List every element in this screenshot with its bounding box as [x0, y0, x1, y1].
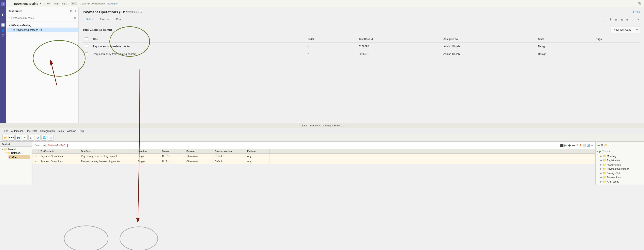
search-ctrl-add[interactable]: ➕	[568, 144, 571, 147]
suite-group-header[interactable]: ▾ INGeniousTesting	[7, 23, 78, 28]
back-button[interactable]: ←	[8, 2, 12, 6]
sidebar-icon-layers[interactable]: ◧	[0, 12, 5, 16]
sidebar-icon-plus[interactable]: +	[0, 7, 5, 11]
new-test-case-main-btn[interactable]: New Test Case	[611, 27, 634, 32]
new-test-case-button-group[interactable]: New Test Case ▾	[610, 26, 640, 33]
favorite-icon[interactable]: ☆	[43, 2, 46, 5]
tool-pen-btn[interactable]: ✒	[22, 135, 28, 140]
tool-save-btn[interactable]: SAVE	[9, 135, 14, 140]
tree-item-label-0: Mocking	[607, 155, 616, 158]
tab-chart[interactable]: Chart	[113, 16, 126, 23]
right-tree-btn3[interactable]: 🏷	[604, 144, 607, 147]
sidebar-icon-check[interactable]: ✓	[0, 18, 5, 22]
group-name: INGeniousTesting	[11, 24, 32, 27]
new-test-case-dropdown-btn[interactable]: ▾	[634, 27, 640, 32]
right-tree-btn2[interactable]: ⊞	[601, 144, 603, 147]
upload-icon[interactable]: ⬆	[608, 17, 612, 22]
search-ctrl-play[interactable]: ▶	[564, 144, 566, 147]
toolbar-right: ⬇ ⌄ ⬆ ⊞ ⊟ ≣ ⤢ ≡	[597, 17, 640, 22]
menu-file[interactable]: File	[2, 129, 10, 133]
tool-open-btn[interactable]: 📂	[2, 135, 8, 140]
row-checkbox-1[interactable]	[85, 52, 88, 55]
search-ctrl-1[interactable]: ⬛	[560, 144, 564, 147]
right-tree-item-2[interactable]: ▶📁 NewScenario	[596, 162, 644, 167]
search-ctrl-minus[interactable]: ➖	[572, 144, 575, 147]
app-name-dropdown[interactable]: ▾	[40, 2, 41, 5]
tree-set1[interactable]: ⊕ Set1	[8, 155, 30, 159]
test-cases-area: Test Cases (2 items) New Test Case ▾ Tit…	[79, 23, 644, 123]
collapse-suite-btn[interactable]: □	[74, 9, 76, 12]
download-icon[interactable]: ⬇	[597, 17, 601, 22]
search-ctrl-down[interactable]: ⬇	[579, 144, 582, 147]
menu-configuration[interactable]: Configuration	[39, 129, 56, 133]
grid-browserversion-0: Default	[213, 154, 245, 159]
tutorial-bar: Tutorial - INGenious Playwright Studio 1…	[0, 123, 644, 128]
menu-help[interactable]: Help	[77, 129, 86, 133]
test-suites-header: Test Suites ⊕ □	[6, 7, 78, 15]
col-state: State	[536, 36, 594, 42]
test-cases-table: Title Order Test Case Id Assigned To Sta…	[83, 36, 640, 58]
sidebar-icon-person[interactable]: 👤	[0, 28, 5, 32]
tool-gear-btn[interactable]: ⚙	[35, 135, 40, 140]
add-test-suites-btn[interactable]: ⊞	[637, 2, 642, 6]
set-icon: ⊕	[8, 155, 11, 158]
search-ctrl-refresh[interactable]: 🔄	[587, 144, 590, 147]
bars-icon[interactable]: ≣	[625, 17, 630, 22]
row-title-1: Request money from existing contact	[90, 50, 305, 58]
tree-release1[interactable]: ▾ 📁 Release1	[5, 151, 30, 155]
filter-suites-input[interactable]	[11, 16, 73, 20]
right-tree-item-4[interactable]: ▶📁 StorageState	[596, 171, 644, 175]
filter-clear-btn[interactable]: ✕	[74, 16, 76, 20]
right-tree-item-5[interactable]: ▶📁 Transactions	[596, 175, 644, 180]
right-tree-item-1[interactable]: ▶📁 Registration	[596, 158, 644, 162]
folder-icon-3: 📁	[603, 167, 606, 170]
sidebar-icon-home[interactable]: ⊞	[0, 2, 5, 6]
right-tree-btn1[interactable]: ⬅	[597, 143, 600, 147]
tree-content: ▾ 📁 Tutorial ▾ 📁 Release1 ⊕	[0, 147, 32, 160]
left-tree-panel: TestLab ▾ 📁 Tutorial ▾ 📁 Release1	[0, 142, 32, 184]
settings-icon[interactable]: ≡	[637, 17, 640, 22]
right-tree-toolbar: ⬅ ⊞ 🏷	[596, 142, 644, 148]
grid-col-browserversion: BrowserVersion	[213, 149, 245, 153]
grid-icon[interactable]: ⊞	[614, 17, 618, 22]
tab-execute[interactable]: Execute	[97, 16, 113, 23]
menu-test-data[interactable]: Test Data	[25, 129, 39, 133]
menu-automation[interactable]: Automation	[10, 129, 25, 133]
split-icon[interactable]: ⊟	[620, 17, 624, 22]
row-checkbox-0[interactable]	[85, 44, 88, 48]
tool-flask-btn[interactable]: ⚗	[48, 135, 54, 140]
app-sidebar: ⊞ + ◧ ✓ 📊 👤 ⚗	[0, 0, 6, 123]
row-testcaseid-1: 5258691	[356, 50, 441, 58]
right-tree-item-0[interactable]: ▶📁 Mocking	[596, 154, 644, 158]
dropdown-icon[interactable]: ⌄	[603, 17, 607, 22]
tab-define[interactable]: Define	[83, 16, 97, 23]
menu-window[interactable]: Window	[65, 129, 77, 133]
add-suite-btn[interactable]: ⊕	[70, 9, 72, 12]
grid-col-status: Status	[160, 149, 184, 153]
tool-users-btn[interactable]: 👥	[16, 135, 21, 140]
more-icon[interactable]: ⋯	[47, 2, 50, 5]
tool-crop-btn[interactable]: ⊡	[28, 135, 34, 140]
tool-globe-btn[interactable]: 🌐	[41, 135, 47, 140]
right-tree-item-3[interactable]: ▶📁 Payment Operations	[596, 167, 644, 171]
grid-row: ✓ Payment Operations Pay money to an exi…	[32, 154, 595, 159]
right-tree-item-6[interactable]: ▶📁 API Testing	[596, 180, 644, 184]
suite-item-payment-operations[interactable]: ⊡ Payment Operations (2)	[7, 28, 78, 32]
right-tree-root[interactable]: ▾▶Tutorial	[596, 149, 644, 154]
search-ctrl-up[interactable]: ⬆	[576, 144, 578, 147]
grid-testcase-0: Pay money to an existing contact	[79, 154, 136, 159]
help-link[interactable]: ℹ Help	[633, 10, 640, 13]
search-ctrl-stop[interactable]: ⬜	[582, 144, 586, 147]
select-all-checkbox[interactable]	[85, 37, 88, 40]
run-stats: 100% run, 100% passed.	[80, 2, 105, 5]
menu-tools[interactable]: Tools	[56, 129, 65, 133]
table-row: Request money from existing contact 2 52…	[83, 50, 640, 58]
search-ctrl-edit[interactable]: ✏	[591, 144, 593, 147]
sidebar-icon-chart[interactable]: 📊	[0, 23, 5, 27]
search-bar: Search in [ Release1 - Set1 ] ⬛ ▶ ➕ ➖ ⬆ …	[32, 142, 595, 149]
tree-tutorial[interactable]: ▾ 📁 Tutorial	[2, 148, 30, 151]
suite-folder-icon: ⊡	[13, 29, 15, 32]
view-report-link[interactable]: View report	[107, 2, 118, 5]
sidebar-icon-beaker[interactable]: ⚗	[0, 33, 5, 38]
expand-icon[interactable]: ⤢	[631, 17, 635, 22]
